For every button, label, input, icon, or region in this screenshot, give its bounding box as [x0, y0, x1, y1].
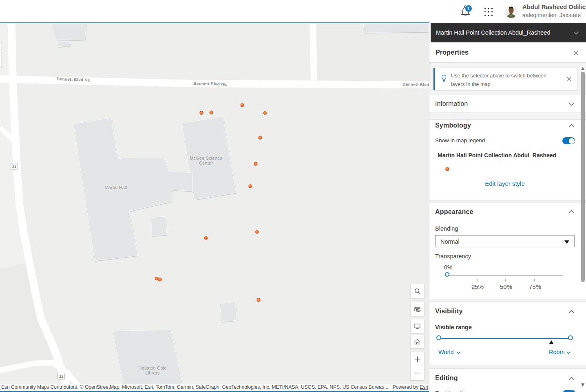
svg-text:McGee Science: McGee Science	[190, 156, 222, 161]
svg-text:Bennett Blvd NE: Bennett Blvd NE	[193, 81, 227, 86]
svg-text:Library: Library	[145, 370, 159, 375]
svg-text:Houston Cole: Houston Cole	[138, 366, 166, 370]
svg-text:Bennett Blvd: Bennett Blvd	[402, 82, 429, 87]
svg-text:21: 21	[12, 165, 16, 169]
svg-text:Martin Hall: Martin Hall	[105, 185, 127, 190]
svg-text:21: 21	[59, 374, 63, 379]
svg-text:Center: Center	[199, 161, 213, 165]
